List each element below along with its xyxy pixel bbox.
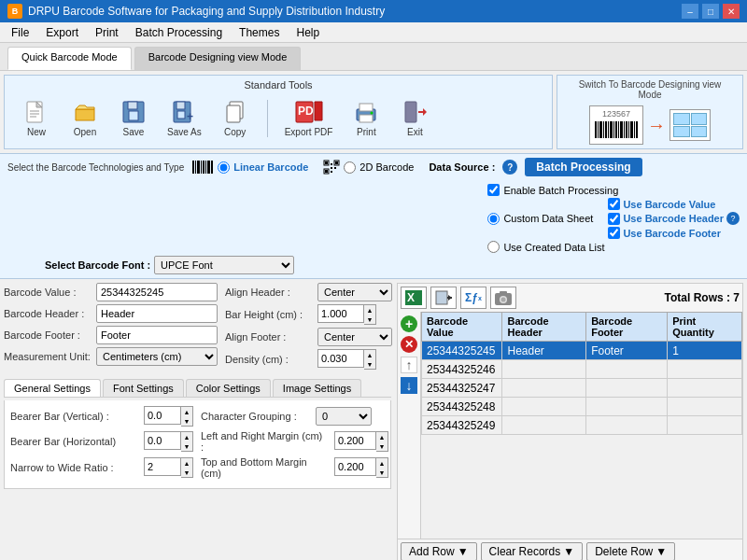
svg-rect-21: [405, 102, 416, 122]
bearer-bar-vertical-input[interactable]: [144, 406, 181, 425]
table-row[interactable]: 25344325246: [422, 360, 742, 379]
narrow-wide-input[interactable]: [144, 457, 181, 476]
tab-designing-view[interactable]: Barcode Designing view Mode: [134, 47, 302, 70]
bearer-bar-horizontal-up[interactable]: ▲: [181, 432, 192, 441]
svg-rect-50: [325, 161, 328, 164]
measurement-unit-label: Measurement Unit:: [4, 351, 92, 362]
menu-help[interactable]: Help: [289, 24, 327, 41]
left-right-margin-input[interactable]: [334, 431, 376, 450]
menu-batch-processing[interactable]: Batch Processing: [128, 24, 230, 41]
maximize-button[interactable]: □: [702, 4, 719, 19]
delete-row-button[interactable]: Delete Row ▼: [586, 542, 675, 560]
move-up-button[interactable]: ↑: [401, 357, 417, 373]
bearer-bar-horizontal-down[interactable]: ▼: [181, 441, 192, 451]
narrow-wide-down[interactable]: ▼: [181, 468, 192, 477]
table-row[interactable]: 25344325249: [422, 416, 742, 435]
clear-records-button[interactable]: Clear Records ▼: [481, 542, 584, 560]
enable-batch-checkbox[interactable]: [487, 184, 500, 196]
svg-point-20: [371, 112, 374, 115]
narrow-wide-up[interactable]: ▲: [181, 458, 192, 468]
data-source-info-icon[interactable]: ?: [502, 160, 517, 175]
export-pdf-button[interactable]: PDF Export PDF: [279, 96, 339, 140]
linear-barcode-radio[interactable]: [218, 161, 230, 174]
copy-button[interactable]: Copy: [215, 96, 256, 140]
print-button[interactable]: Print: [345, 96, 387, 140]
2d-barcode-radio[interactable]: [344, 161, 356, 174]
density-input[interactable]: [317, 349, 364, 368]
align-footer-select[interactable]: Center: [317, 328, 392, 346]
svg-rect-29: [608, 121, 609, 138]
total-rows-label: Total Rows : 7: [665, 291, 740, 304]
menu-file[interactable]: File: [4, 24, 36, 41]
save-as-button[interactable]: + Save As: [162, 96, 207, 140]
top-bottom-margin-up[interactable]: ▲: [376, 458, 388, 468]
col-print-quantity: Print Quantity: [668, 313, 742, 342]
2d-barcode-label[interactable]: 2D Barcode: [359, 161, 414, 173]
open-button[interactable]: Open: [64, 96, 106, 140]
formula-icon-button[interactable]: Σƒx: [460, 287, 486, 309]
bearer-bar-vertical-down[interactable]: ▼: [181, 416, 192, 426]
barcode-footer-input[interactable]: [96, 326, 218, 344]
barcode-value-input[interactable]: [96, 283, 218, 301]
move-down-button[interactable]: ↓: [401, 377, 417, 394]
menu-export[interactable]: Export: [38, 24, 86, 41]
camera-icon-button[interactable]: [490, 287, 516, 309]
new-button[interactable]: New: [16, 96, 57, 140]
table-row[interactable]: 25344325247: [422, 379, 742, 398]
bar-height-down[interactable]: ▼: [364, 315, 375, 324]
svg-rect-67: [500, 291, 507, 295]
svg-rect-9: [176, 102, 185, 109]
batch-processing-button[interactable]: Batch Processing: [525, 158, 641, 176]
add-row-button[interactable]: Add Row ▼: [401, 542, 477, 560]
bar-height-up[interactable]: ▲: [364, 305, 375, 315]
svg-rect-24: [595, 121, 597, 138]
use-created-data-radio[interactable]: [487, 241, 500, 253]
open-icon: [70, 99, 100, 125]
measurement-unit-select[interactable]: Centimeters (cm): [96, 347, 218, 366]
bar-height-spinbox: ▲ ▼: [317, 304, 376, 325]
tab-image-settings[interactable]: Image Settings: [273, 379, 361, 397]
density-down[interactable]: ▼: [364, 359, 375, 369]
table-row[interactable]: 25344325245 Header Footer 1: [422, 342, 742, 360]
linear-barcode-label[interactable]: Linear Barcode: [233, 161, 308, 173]
use-barcode-header-info-icon[interactable]: ?: [726, 212, 740, 225]
use-barcode-footer-checkbox[interactable]: [608, 227, 620, 239]
align-header-select[interactable]: Center: [317, 283, 392, 301]
bearer-bar-horizontal-input[interactable]: [144, 431, 181, 450]
use-barcode-header-checkbox[interactable]: [608, 213, 620, 225]
menu-print[interactable]: Print: [88, 24, 126, 41]
use-barcode-value-checkbox[interactable]: [608, 198, 620, 210]
save-button[interactable]: Save: [113, 96, 154, 140]
character-grouping-select[interactable]: 0: [316, 407, 372, 426]
minimize-button[interactable]: –: [682, 4, 698, 19]
save-as-icon: +: [169, 99, 199, 125]
left-right-margin-up[interactable]: ▲: [376, 432, 388, 441]
barcode-header-input[interactable]: [96, 304, 218, 323]
bearer-bar-vertical-up[interactable]: ▲: [181, 407, 192, 416]
svg-rect-26: [599, 121, 602, 138]
tab-quick-barcode[interactable]: Quick Barcode Mode: [7, 47, 132, 70]
tab-color-settings[interactable]: Color Settings: [186, 379, 271, 397]
menu-themes[interactable]: Themes: [232, 24, 287, 41]
top-bottom-margin-input[interactable]: [334, 457, 376, 476]
exit-button[interactable]: Exit: [394, 96, 435, 140]
density-up[interactable]: ▲: [364, 350, 375, 359]
close-button[interactable]: ✕: [723, 4, 740, 19]
import-icon-button[interactable]: [430, 287, 457, 309]
font-select[interactable]: UPCE Font: [154, 256, 294, 274]
custom-data-sheet-radio[interactable]: [487, 213, 500, 225]
table-row[interactable]: 25344325248: [422, 398, 742, 416]
row1-qty: 1: [668, 342, 742, 360]
add-row-side-button[interactable]: +: [401, 315, 417, 332]
delete-row-side-button[interactable]: ✕: [401, 336, 417, 353]
tab-font-settings[interactable]: Font Settings: [103, 379, 184, 397]
svg-rect-19: [359, 115, 373, 122]
top-bottom-margin-down[interactable]: ▼: [376, 468, 388, 477]
action-row: Add Row ▼ Clear Records ▼ Delete Row ▼: [397, 539, 743, 560]
barcode-header-label: Barcode Header :: [4, 308, 92, 319]
svg-rect-41: [192, 161, 194, 174]
tab-general-settings[interactable]: General Settings: [4, 379, 101, 397]
left-right-margin-down[interactable]: ▼: [376, 441, 388, 451]
bar-height-input[interactable]: [317, 304, 364, 323]
excel-icon-button[interactable]: X: [401, 287, 427, 309]
